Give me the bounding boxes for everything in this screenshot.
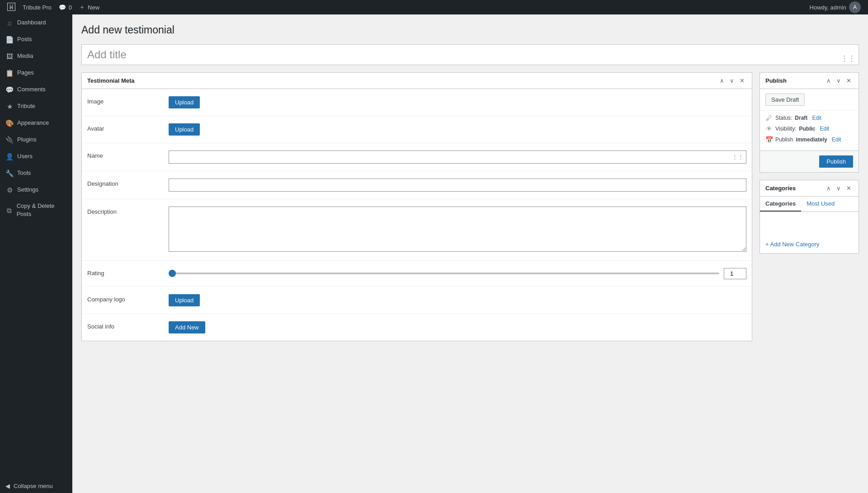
sidebar-item-media[interactable]: 🖼 Media [0, 48, 72, 65]
site-name: Tribute Pro [23, 4, 52, 11]
sidebar-item-appearance[interactable]: 🎨 Appearance [0, 115, 72, 131]
collapse-menu[interactable]: ◀ Collapse menu [0, 479, 72, 493]
sidebar-label-copy-delete: Copy & Delete Posts [17, 202, 67, 218]
categories-box: Categories ∧ ∨ ✕ Categories Most Used + … [760, 180, 859, 254]
users-icon: 👤 [5, 152, 14, 161]
form-row-designation: Designation [82, 171, 752, 199]
visibility-label: Visibility: [775, 126, 796, 132]
page-title: Add new testimonial [81, 23, 859, 37]
post-title-input[interactable] [81, 44, 859, 65]
sidebar-label-users: Users [17, 152, 33, 160]
publish-expand-btn[interactable]: ∧ [825, 76, 833, 85]
label-name: Name [87, 150, 169, 159]
sidebar-item-users[interactable]: 👤 Users [0, 148, 72, 165]
settings-icon: ⚙ [5, 185, 14, 195]
categories-collapse-btn[interactable]: ∨ [835, 184, 843, 193]
form-row-image: Image Upload [82, 89, 752, 116]
sidebar-item-plugins[interactable]: 🔌 Plugins [0, 131, 72, 148]
visibility-edit-link[interactable]: Edit [820, 126, 829, 132]
field-avatar: Upload [169, 123, 746, 136]
collapse-icon: ◀ [5, 483, 10, 489]
sidebar-label-dashboard: Dashboard [17, 19, 46, 27]
site-name-link[interactable]: Tribute Pro [19, 0, 55, 14]
title-action-icon: ⋮⋮ [841, 54, 855, 62]
wp-logo-icon: 🅆 [7, 3, 15, 12]
categories-title: Categories [765, 185, 796, 192]
label-company-logo: Company logo [87, 294, 169, 303]
status-value: Draft [795, 115, 807, 121]
publish-button[interactable]: Publish [819, 155, 853, 168]
upload-company-logo-button[interactable]: Upload [169, 294, 200, 306]
metabox-header: Testimonial Meta ∧ ∨ ✕ [82, 73, 752, 89]
description-textarea[interactable] [169, 207, 746, 252]
sidebar-item-copy-delete[interactable]: ⧉ Copy & Delete Posts [0, 198, 72, 222]
metabox-collapse-btn[interactable]: ∨ [728, 76, 736, 85]
field-description [169, 207, 746, 253]
rating-number-input[interactable] [724, 268, 746, 279]
field-designation [169, 178, 746, 192]
admin-bar: 🅆 Tribute Pro 💬 0 ＋ New Howdy, admin A [0, 0, 868, 14]
pages-icon: 📋 [5, 68, 14, 78]
new-label: New [88, 4, 99, 11]
form-row-description: Description [82, 199, 752, 261]
howdy-text: Howdy, admin [810, 4, 846, 11]
appearance-icon: 🎨 [5, 118, 14, 128]
upload-avatar-button[interactable]: Upload [169, 123, 200, 136]
field-rating [169, 268, 746, 279]
sidebar-item-tools[interactable]: 🔧 Tools [0, 165, 72, 182]
metabox-expand-btn[interactable]: ∧ [718, 76, 726, 85]
comments-link[interactable]: 💬 0 [55, 0, 75, 14]
sidebar-label-pages: Pages [17, 69, 34, 77]
status-edit-link[interactable]: Edit [812, 115, 821, 121]
publish-meta: 🖊 Status: Draft Edit 👁 Visibility: Publi… [760, 111, 859, 150]
metabox-toggle-btn[interactable]: ✕ [738, 76, 746, 85]
wp-logo-link[interactable]: 🅆 [4, 0, 19, 14]
tab-most-used[interactable]: Most Used [801, 197, 840, 211]
sidebar-label-posts: Posts [17, 35, 32, 43]
sidebar-label-plugins: Plugins [17, 136, 37, 144]
plugins-icon: 🔌 [5, 135, 14, 145]
publish-box-title: Publish [765, 77, 787, 84]
metabox-title: Testimonial Meta [87, 77, 135, 84]
categories-expand-btn[interactable]: ∧ [825, 184, 833, 193]
comments-count: 0 [69, 4, 72, 11]
calendar-icon: 📅 [765, 136, 773, 143]
dashboard-icon: ⌂ [5, 18, 14, 28]
upload-image-button[interactable]: Upload [169, 96, 200, 108]
publish-box-header: Publish ∧ ∨ ✕ [760, 73, 859, 89]
status-label: Status: [775, 115, 792, 121]
rating-row [169, 268, 746, 279]
sidebar-item-pages[interactable]: 📋 Pages [0, 65, 72, 81]
sidebar-label-media: Media [17, 52, 33, 60]
sidebar-item-comments[interactable]: 💬 Comments [0, 81, 72, 98]
rating-slider[interactable] [169, 272, 719, 274]
publish-box: Publish ∧ ∨ ✕ Save Draft 🖊 Status: [760, 72, 859, 173]
label-description: Description [87, 207, 169, 215]
save-draft-button[interactable]: Save Draft [765, 94, 805, 106]
add-new-social-button[interactable]: Add New [169, 321, 205, 333]
name-input[interactable] [169, 150, 746, 164]
categories-toggle-btn[interactable]: ✕ [844, 184, 853, 193]
publish-toggle-btn[interactable]: ✕ [844, 76, 853, 85]
sidebar-item-tribute[interactable]: ★ Tribute [0, 98, 72, 115]
sidebar-label-comments: Comments [17, 85, 46, 94]
sidebar-item-posts[interactable]: 📄 Posts [0, 31, 72, 48]
new-link[interactable]: ＋ New [75, 0, 103, 14]
publish-controls: ∧ ∨ ✕ [825, 76, 853, 85]
field-company-logo: Upload [169, 294, 746, 306]
form-row-avatar: Avatar Upload [82, 116, 752, 143]
sidebar-label-tribute: Tribute [17, 102, 35, 110]
main-content: Add new testimonial ⋮⋮ Testimonial Meta … [72, 14, 868, 493]
sidebar-item-dashboard[interactable]: ⌂ Dashboard [0, 14, 72, 31]
visibility-value: Public [799, 126, 815, 132]
publish-time-edit-link[interactable]: Edit [832, 136, 841, 143]
media-icon: 🖼 [5, 52, 14, 61]
sidebar-item-settings[interactable]: ⚙ Settings [0, 182, 72, 198]
comment-icon: 💬 [59, 4, 66, 11]
publish-collapse-btn[interactable]: ∨ [835, 76, 843, 85]
designation-input[interactable] [169, 178, 746, 192]
add-new-category-link[interactable]: + Add New Category [765, 241, 820, 248]
tab-categories[interactable]: Categories [760, 197, 801, 211]
plus-icon: ＋ [79, 3, 85, 11]
tribute-icon: ★ [5, 102, 14, 111]
